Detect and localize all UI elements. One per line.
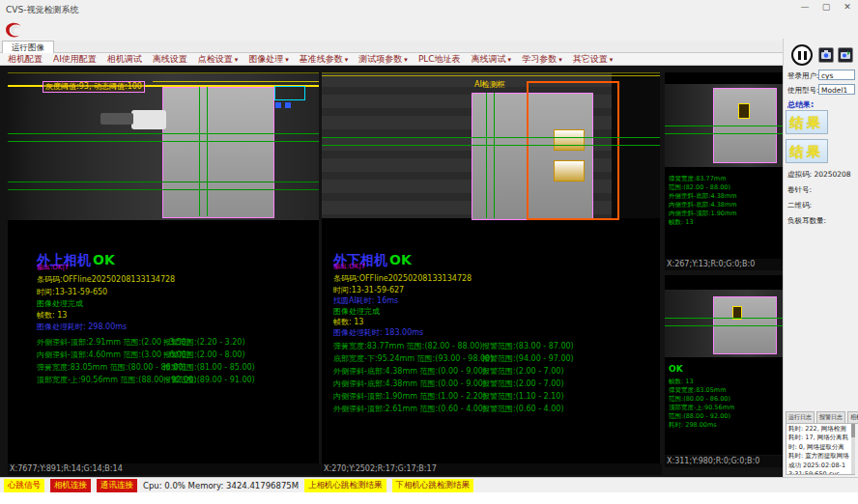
thumb-readout-line: 范围:(88.00 - 92.00) — [669, 412, 734, 421]
toolbar-item[interactable]: 图像处理▾ — [248, 53, 289, 66]
chevron-down-icon: ▾ — [610, 56, 614, 64]
close-button[interactable]: ✕ — [841, 2, 854, 12]
toolbar-item-label: 离线设置 — [153, 54, 187, 64]
minimize-button[interactable]: — — [798, 2, 812, 12]
measurement-row: 外侧歪斜-底部:4.38mm 范围:(0.00 - 9.00) 报警范围:(2.… — [333, 366, 652, 378]
measurement-alarm: 报警范围:(2.20 - 3.20) — [163, 337, 245, 348]
chevron-down-icon: ▾ — [345, 56, 349, 64]
total-result-label: 总结果: — [787, 99, 814, 110]
toolbar-item-label: AI使用配置 — [53, 54, 97, 64]
log-body[interactable]: 耗时: 222, 网络检测耗时: 17, 网络分离耗时: 0, 网络提取分离耗时… — [786, 423, 855, 475]
toolbar-item-label: 图像处理 — [248, 54, 283, 64]
menu-bar: 系统配置▾ 相机配置▾ 通讯配置▾ IO卡配置▾ 光源控制配置▾ 查看▾ 系统语… — [0, 19, 858, 41]
pause-icon — [798, 51, 801, 60]
thumb-readout: 帧数: 13弹簧宽度:83.05mm范围:(80.00 - 86.00)顶部宽度… — [669, 378, 734, 430]
threshold-overlay-text: 灰度阈值:93, 动态阈值:100 — [43, 81, 145, 93]
thumb-readout-line: 顶部宽度-上:90.56mm — [669, 404, 734, 412]
thumbnail-view-top[interactable]: 弹簧宽度:83.77mm范围:(82.00 - 88.00)外侧歪斜-底部:4.… — [665, 72, 783, 259]
thumb-readout-line: 内侧歪斜-底部:4.38mm — [669, 201, 737, 210]
measurement-main: 外侧歪斜-顶部:2.61mm 范围:(0.60 - 4.00) — [333, 404, 486, 414]
measurement-row: 底部宽度-下:95.24mm 范围:(93.00 - 98.00) 报警范围:(… — [333, 353, 652, 366]
overlay-cyan-rect — [274, 86, 305, 100]
measurement-row: 弹簧宽度:83.05mm 范围:(80.00 - 86.00) 报警范围:(81… — [37, 362, 317, 375]
measurement-alarm: 报警范围:(2.00 - 7.00) — [482, 366, 564, 377]
elapsed-line: 图像处理耗时: 183.00ms — [333, 327, 423, 338]
overlay-green-line — [665, 126, 783, 126]
log-scrollbar-thumb[interactable] — [851, 424, 855, 437]
barcode-line: 条码码:OFFline20250208133134728 — [333, 273, 472, 284]
measurement-main: 弹簧宽度:83.77mm 范围:(82.00 - 88.00) — [333, 341, 482, 351]
toolbar-item[interactable]: 离线设置▾ — [153, 53, 187, 66]
measurement-alarm: 报警范围:(94.00 - 97.00) — [482, 353, 574, 364]
thumb-readout-line: 弹簧宽度:83.77mm — [669, 175, 737, 183]
toolbar-item[interactable]: 点检设置▾ — [198, 53, 239, 66]
toolbar-item-label: PLC地址表 — [418, 54, 461, 64]
model-field[interactable]: Model1 — [818, 84, 855, 95]
chevron-down-icon: ▾ — [508, 56, 512, 64]
overlay-green-vline — [494, 93, 495, 218]
toolbar-item[interactable]: 测试项参数▾ — [358, 53, 408, 66]
done-line: 图像处理完成 — [37, 298, 83, 309]
chevron-down-icon: ▾ — [558, 56, 562, 64]
toolbar-item[interactable]: 其它设置▾ — [573, 53, 614, 66]
login-user-label: 登录用户: — [787, 71, 819, 81]
measurement-row: 弹簧宽度:83.77mm 范围:(82.00 - 88.00) 报警范围:(83… — [333, 341, 652, 353]
toolbar-item[interactable]: 相机配置▾ — [8, 53, 43, 66]
measurement-list: 外侧歪斜-顶部:2.91mm 范围:(2.00 - 3.50) 报警范围:(2.… — [37, 337, 317, 387]
chevron-down-icon: ▾ — [235, 56, 239, 64]
overlay-orange-rect — [527, 81, 619, 220]
overlay-yellow-line — [322, 75, 660, 76]
measurement-row: 内侧歪斜-顶部:1.90mm 范围:(1.00 - 2.20) 报警范围:(1.… — [333, 391, 652, 404]
glow-element — [554, 160, 585, 182]
title-bar: CVS-视觉检测系统 — ▢ ✕ — [0, 0, 858, 20]
toolbar-item-label: 测试项参数 — [358, 54, 402, 64]
overlay-part-rect — [162, 87, 274, 218]
toolbar-item[interactable]: 离线调试▾ — [472, 53, 512, 66]
side-panel: 登录用户: cys 使用型号: Model1 总结果: 结果 结果 虚拟码: 2… — [783, 39, 858, 477]
overlay-green-line — [665, 133, 783, 134]
heartbeat-badge: 心跳信号 — [4, 479, 44, 492]
elapsed-line: 图像处理耗时: 298.00ms — [37, 322, 127, 332]
toolbar-item-label: 相机配置 — [8, 54, 43, 64]
overlay-green-line — [665, 318, 783, 319]
coords-thumb-bottom: X:311;Y:980;R:0;G:0;B:0 — [665, 456, 785, 467]
camera-view-upper[interactable]: 灰度阈值:93, 动态阈值:100 外上相机OK 输出:OK|T 条码码:OFF… — [8, 72, 319, 463]
thumb-readout-line: 弹簧宽度:83.05mm — [669, 386, 734, 395]
pause-button[interactable] — [791, 44, 813, 66]
log-scrollbar[interactable] — [851, 424, 855, 474]
camera-link-badge: 相机连接 — [50, 479, 91, 492]
connector-cable — [100, 113, 133, 125]
tab-strip — [0, 41, 858, 53]
camera-view-lower[interactable]: AI检测框 外下相机OK 输出:OK|T 条码码:OFFline20250208… — [322, 72, 660, 463]
thumb-readout: 弹簧宽度:83.77mm范围:(82.00 - 88.00)外侧歪斜-底部:4.… — [669, 175, 737, 227]
login-user-field[interactable]: cys — [818, 70, 855, 80]
thumbnail-view-bottom[interactable]: OK 帧数: 13弹簧宽度:83.05mm范围:(80.00 - 86.00)顶… — [665, 275, 783, 455]
toolbar-item[interactable]: AI使用配置▾ — [53, 53, 97, 66]
overlay-green-line — [8, 141, 319, 142]
measurement-list: 弹簧宽度:83.77mm 范围:(82.00 - 88.00) 报警范围:(83… — [333, 341, 652, 416]
ai-elapsed-line: 找圆AI耗时: 16ms — [333, 295, 398, 306]
toolbar-item[interactable]: PLC地址表▾ — [418, 53, 461, 66]
toolbar-item[interactable]: 基准线参数▾ — [300, 53, 349, 66]
camera-snapshot-button[interactable] — [818, 47, 834, 63]
maximize-button[interactable]: ▢ — [819, 2, 833, 12]
window-title: CVS-视觉检测系统 — [6, 4, 78, 16]
camera-icon — [820, 49, 832, 61]
result-box-lower: 结果 — [786, 139, 828, 163]
overlay-green-vline — [207, 87, 208, 216]
overlay-green-vline — [486, 93, 487, 218]
pause-icon — [804, 51, 807, 60]
thumb-readout-line: 范围:(80.00 - 86.00) — [669, 395, 734, 404]
toolbar-item[interactable]: 学习参数▾ — [522, 53, 562, 66]
result-sub: 输出:OK|T — [333, 262, 365, 271]
measurement-main: 内侧歪斜-底部:4.38mm 范围:(0.00 - 9.00) — [333, 378, 486, 389]
connector-blob — [131, 110, 166, 129]
overlay-yellow-line — [153, 81, 319, 82]
camera-switch-button[interactable] — [838, 47, 853, 63]
barcode-line: 条码码:OFFline20250208133134728 — [37, 274, 175, 285]
toolbar-item[interactable]: 相机调试▾ — [107, 53, 142, 66]
thumb-readout-line: 耗时: 298.00ms — [669, 421, 734, 430]
tab-run-image[interactable]: 运行图像 — [2, 41, 54, 53]
toolbar-item-label: 点检设置 — [198, 54, 233, 64]
frames-line: 帧数: 13 — [37, 310, 67, 321]
